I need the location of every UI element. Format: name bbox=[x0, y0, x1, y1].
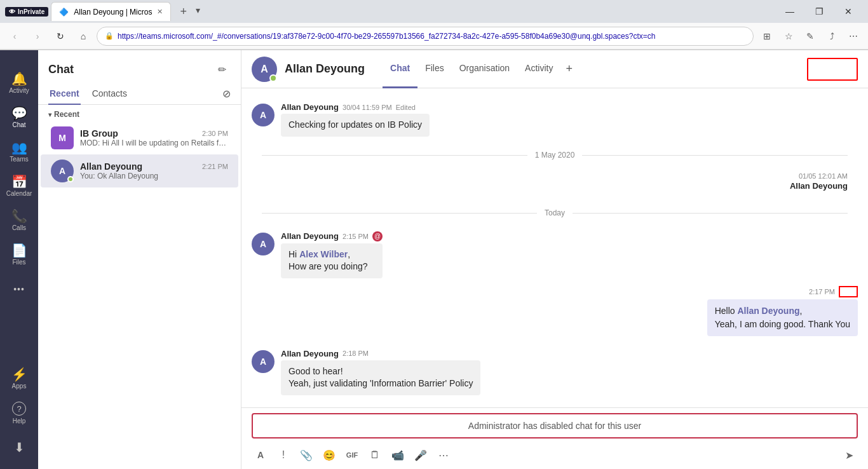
send-button[interactable]: ➤ bbox=[840, 446, 858, 464]
recent-chevron-icon: ▾ bbox=[48, 111, 51, 118]
tab-contacts[interactable]: Contacts bbox=[91, 83, 128, 105]
allan-deyoung-info-top: Allan Deyoung 2:21 PM bbox=[80, 161, 228, 172]
tab-title: Allan Deyoung | Micros bbox=[74, 8, 152, 17]
msg-good-bubble: Good to hear! Yeah, just validating 'Inf… bbox=[281, 360, 480, 395]
disabled-chat-notice: Administrator has disabled chat for this… bbox=[252, 413, 858, 438]
share-button[interactable]: ⤴ bbox=[822, 27, 841, 46]
app-container: Microsoft Teams 🔔 Activity 💬 Chat 👥 Team… bbox=[0, 50, 868, 469]
messages-area[interactable]: A Allan Deyoung 30/04 11:59 PM Edited Ch… bbox=[241, 88, 868, 407]
maximize-button[interactable]: ❐ bbox=[804, 0, 834, 23]
message-row-hi: A Allan Deyoung 2:15 PM @ Hi Alex Wilber… bbox=[241, 228, 868, 282]
filter-button[interactable]: ⊘ bbox=[222, 88, 231, 100]
priority-button[interactable]: ! bbox=[275, 446, 292, 464]
sidebar-item-files[interactable]: 📄 Files bbox=[3, 238, 36, 271]
sidebar-item-download[interactable]: ⬇ bbox=[3, 431, 36, 464]
tab-close-button[interactable]: ✕ bbox=[157, 8, 163, 16]
outgoing-hello-time-row: 2:17 PM bbox=[809, 286, 858, 297]
minimize-button[interactable]: — bbox=[775, 0, 804, 23]
contact-name: Allan Deyoung bbox=[285, 62, 365, 76]
chat-item-allan-deyoung[interactable]: A Allan Deyoung 2:21 PM You: Ok Allan De… bbox=[41, 154, 238, 187]
contact-avatar: A bbox=[252, 57, 277, 82]
audio-button[interactable]: 🎤 bbox=[412, 446, 430, 464]
left-rail: Microsoft Teams 🔔 Activity 💬 Chat 👥 Team… bbox=[0, 50, 38, 469]
inprivate-label: InPrivate bbox=[18, 8, 44, 15]
pen-button[interactable]: ✎ bbox=[801, 27, 820, 46]
outgoing-hello-time: 2:17 PM bbox=[809, 288, 835, 296]
sidebar-item-more[interactable]: ••• bbox=[3, 273, 36, 306]
allan-deyoung-name: Allan Deyoung bbox=[80, 161, 142, 172]
message-row-1: A Allan Deyoung 30/04 11:59 PM Edited Ch… bbox=[241, 99, 868, 140]
ib-group-info: IB Group 2:30 PM MOD: Hi All I will be u… bbox=[80, 128, 228, 147]
apps-label: Apps bbox=[12, 383, 27, 390]
sidebar-item-teams[interactable]: 👥 Teams bbox=[3, 135, 36, 168]
recent-text: Recent bbox=[54, 110, 79, 119]
msg-good-avatar: A bbox=[252, 350, 275, 373]
meet-button[interactable]: 📹 bbox=[389, 446, 407, 464]
chat-tabs: Recent Contacts ⊘ bbox=[38, 83, 241, 105]
sidebar-item-chat[interactable]: 💬 Chat bbox=[3, 101, 36, 134]
browser-tab[interactable]: 🔷 Allan Deyoung | Micros ✕ bbox=[51, 2, 171, 21]
browser-tab-bar: 👁 InPrivate 🔷 Allan Deyoung | Micros ✕ +… bbox=[0, 0, 868, 23]
browser-chrome: 👁 InPrivate 🔷 Allan Deyoung | Micros ✕ +… bbox=[0, 0, 868, 50]
msg-good-time: 2:18 PM bbox=[342, 350, 369, 357]
window-controls: — ❐ ✕ bbox=[775, 0, 863, 23]
sidebar-item-calls[interactable]: 📞 Calls bbox=[3, 204, 36, 237]
outgoing-block-hello: 2:17 PM Hello Allan Deyoung, Yeah, I am … bbox=[241, 282, 868, 340]
allan-deyoung-avatar: A bbox=[51, 160, 74, 182]
forward-button[interactable]: › bbox=[28, 27, 47, 46]
tab-organisation-main[interactable]: Organisation bbox=[452, 50, 517, 88]
header-highlight-box bbox=[807, 58, 858, 81]
calls-label: Calls bbox=[12, 224, 26, 231]
tab-dropdown-button[interactable]: ▾ bbox=[193, 5, 203, 18]
tab-activity-main[interactable]: Activity bbox=[517, 50, 560, 88]
sidebar-item-activity[interactable]: 🔔 Activity bbox=[3, 67, 36, 100]
chat-item-ib-group[interactable]: M IB Group 2:30 PM MOD: Hi All I will be… bbox=[41, 121, 238, 154]
msg1-text: Checking for updates on IB Policy bbox=[288, 119, 422, 130]
new-tab-button[interactable]: + bbox=[176, 5, 191, 18]
gif-button[interactable]: GIF bbox=[343, 446, 361, 464]
outgoing-top-time: 01/05 12:01 AM bbox=[262, 172, 848, 180]
download-icon: ⬇ bbox=[14, 441, 25, 454]
files-label: Files bbox=[12, 259, 25, 266]
tab-chat-main[interactable]: Chat bbox=[383, 50, 417, 88]
favorites-button[interactable]: ☆ bbox=[779, 27, 798, 46]
tab-files-main[interactable]: Files bbox=[417, 50, 452, 88]
msg1-meta: Allan Deyoung 30/04 11:59 PM Edited bbox=[281, 102, 430, 112]
attach-button[interactable]: 📎 bbox=[297, 446, 315, 464]
split-view-button[interactable]: ⊞ bbox=[757, 27, 776, 46]
more-options-button[interactable]: ⋯ bbox=[844, 27, 863, 46]
new-chat-button[interactable]: ✏ bbox=[213, 60, 231, 78]
sidebar-item-help[interactable]: ? Help bbox=[3, 397, 36, 430]
hello-text-1: Hello bbox=[715, 306, 738, 316]
disabled-message-text: Administrator has disabled chat for this… bbox=[468, 421, 641, 431]
msg-hi-sender: Allan Deyoung bbox=[281, 231, 339, 241]
contact-presence bbox=[269, 74, 277, 82]
msg-hi-content: Allan Deyoung 2:15 PM @ Hi Alex Wilber, … bbox=[281, 231, 383, 278]
teams-label: Teams bbox=[10, 156, 28, 163]
back-button[interactable]: ‹ bbox=[5, 27, 24, 46]
chat-panel-title: Chat bbox=[48, 63, 74, 76]
add-tab-button[interactable]: + bbox=[560, 50, 578, 88]
emoji-button[interactable]: 😊 bbox=[320, 446, 338, 464]
ib-group-preview: MOD: Hi All I will be updating on Retail… bbox=[80, 139, 228, 147]
msg-good-text1: Good to hear! bbox=[288, 366, 343, 376]
ib-group-time: 2:30 PM bbox=[202, 130, 228, 137]
outgoing-hello-bubble: Hello Allan Deyoung, Yeah, I am doing go… bbox=[707, 299, 858, 336]
format-button[interactable]: A bbox=[252, 446, 269, 464]
refresh-button[interactable]: ↻ bbox=[51, 27, 70, 46]
sidebar-item-apps[interactable]: ⚡ Apps bbox=[3, 362, 36, 395]
more-icon: ••• bbox=[13, 285, 25, 294]
help-label: Help bbox=[13, 418, 26, 425]
home-button[interactable]: ⌂ bbox=[74, 27, 93, 46]
address-bar[interactable]: 🔒 https://teams.microsoft.com/_#/convers… bbox=[97, 27, 754, 46]
toolbar-more-button[interactable]: ⋯ bbox=[435, 446, 452, 464]
sticker-button[interactable]: 🗒 bbox=[366, 446, 384, 464]
msg-good-text2: Yeah, just validating 'Information Barri… bbox=[288, 378, 473, 388]
address-text: https://teams.microsoft.com/_#/conversat… bbox=[118, 32, 745, 41]
hello-text-3: Yeah, I am doing good. Thank You bbox=[715, 319, 850, 329]
close-button[interactable]: ✕ bbox=[834, 0, 863, 23]
date-divider-1: 1 May 2020 bbox=[241, 151, 868, 160]
input-toolbar: A ! 📎 😊 GIF 🗒 📹 🎤 ⋯ ➤ bbox=[252, 444, 858, 466]
sidebar-item-calendar[interactable]: 📅 Calendar bbox=[3, 170, 36, 203]
tab-recent[interactable]: Recent bbox=[48, 83, 81, 105]
